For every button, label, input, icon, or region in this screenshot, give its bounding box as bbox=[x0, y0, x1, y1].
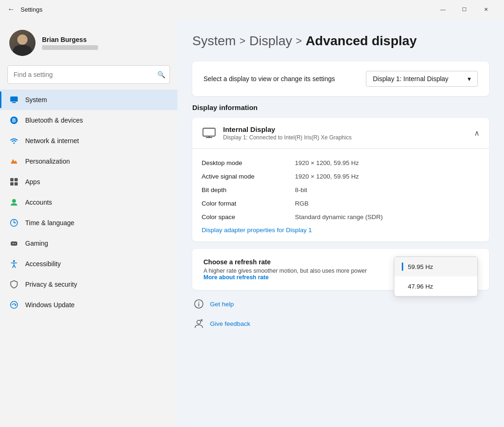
system-icon bbox=[9, 95, 19, 104]
svg-text:B: B bbox=[12, 117, 16, 123]
adapter-properties-link[interactable]: Display adapter properties for Display 1 bbox=[202, 227, 312, 234]
close-button[interactable]: ✕ bbox=[475, 2, 497, 17]
minimize-button[interactable]: — bbox=[432, 2, 454, 17]
sidebar-item-gaming[interactable]: Gaming bbox=[0, 233, 177, 254]
sidebar-item-apps[interactable]: Apps bbox=[0, 172, 177, 192]
user-email bbox=[42, 45, 98, 50]
refresh-info: Choose a refresh rate A higher rate give… bbox=[203, 258, 368, 281]
svg-point-4 bbox=[14, 143, 15, 144]
titlebar-left: ← Settings bbox=[7, 5, 42, 14]
display-selector-label: Select a display to view or change its s… bbox=[203, 74, 335, 84]
accounts-icon bbox=[9, 198, 19, 207]
spec-value-colorformat: RGB bbox=[295, 200, 308, 207]
svg-point-27 bbox=[198, 302, 199, 303]
sidebar-item-accounts[interactable]: Accounts bbox=[0, 192, 177, 213]
sidebar-item-system-label: System bbox=[25, 96, 47, 103]
user-profile: Brian Burgess bbox=[0, 26, 177, 65]
sidebar-item-network-label: Network & internet bbox=[25, 137, 79, 145]
chevron-down-icon: ▾ bbox=[468, 75, 471, 83]
sidebar-item-personalization[interactable]: Personalization bbox=[0, 151, 177, 172]
spec-row-desktop: Desktop mode 1920 × 1200, 59.95 Hz bbox=[202, 156, 480, 170]
spec-label-signal: Active signal mode bbox=[202, 173, 295, 180]
breadcrumb: System > Display > Advanced display bbox=[192, 34, 489, 48]
refresh-title: Choose a refresh rate bbox=[203, 258, 368, 266]
privacy-icon bbox=[9, 280, 19, 289]
svg-rect-5 bbox=[10, 178, 14, 181]
sidebar-item-bluetooth[interactable]: B Bluetooth & devices bbox=[0, 110, 177, 131]
refresh-option-47[interactable]: 47.96 Hz bbox=[394, 276, 477, 296]
monitor-icon bbox=[202, 126, 217, 141]
svg-line-21 bbox=[14, 265, 15, 268]
spec-row-colorformat: Color format RGB bbox=[202, 197, 480, 210]
spec-value-colorspace: Standard dynamic range (SDR) bbox=[295, 214, 383, 220]
selected-indicator bbox=[402, 262, 403, 271]
help-icon bbox=[192, 297, 205, 310]
svg-point-9 bbox=[12, 199, 16, 203]
sidebar-item-time[interactable]: Time & language bbox=[0, 213, 177, 233]
titlebar-controls: — ☐ ✕ bbox=[432, 2, 497, 17]
time-icon bbox=[9, 218, 19, 227]
back-button[interactable]: ← bbox=[7, 5, 15, 14]
svg-point-17 bbox=[13, 260, 15, 262]
svg-point-22 bbox=[11, 302, 18, 309]
sidebar-item-privacy-label: Privacy & security bbox=[25, 281, 77, 288]
svg-point-16 bbox=[15, 243, 16, 244]
svg-rect-7 bbox=[10, 182, 14, 186]
spec-row-signal: Active signal mode 1920 × 1200, 59.95 Hz bbox=[202, 170, 480, 183]
give-feedback-link[interactable]: Give feedback bbox=[210, 320, 250, 327]
sidebar-item-personalization-label: Personalization bbox=[25, 158, 70, 165]
spec-row-colorspace: Color space Standard dynamic range (SDR) bbox=[202, 210, 480, 224]
sidebar-item-accessibility[interactable]: Accessibility bbox=[0, 254, 177, 274]
display-selector-row: Select a display to view or change its s… bbox=[203, 71, 478, 87]
search-input[interactable] bbox=[7, 65, 170, 84]
maximize-button[interactable]: ☐ bbox=[454, 2, 475, 17]
apps-icon bbox=[9, 177, 19, 186]
update-icon bbox=[9, 300, 19, 310]
refresh-option-59[interactable]: 59.95 Hz bbox=[394, 257, 477, 276]
sidebar-item-system[interactable]: System bbox=[0, 90, 177, 110]
sidebar-item-accessibility-label: Accessibility bbox=[25, 260, 61, 268]
get-help-link[interactable]: Get help bbox=[210, 301, 234, 308]
refresh-option-47-label: 47.96 Hz bbox=[408, 283, 433, 290]
search-icon: 🔍 bbox=[157, 71, 165, 78]
svg-rect-0 bbox=[10, 96, 18, 102]
sidebar-item-apps-label: Apps bbox=[25, 178, 40, 186]
nav-list: System B Bluetooth & devices bbox=[0, 90, 177, 420]
display-dropdown[interactable]: Display 1: Internal Display ▾ bbox=[366, 71, 478, 87]
sidebar-item-update[interactable]: Windows Update bbox=[0, 295, 177, 315]
sidebar-item-privacy[interactable]: Privacy & security bbox=[0, 274, 177, 295]
breadcrumb-advanced: Advanced display bbox=[306, 34, 417, 48]
main-content: System > Display > Advanced display Sele… bbox=[177, 19, 504, 427]
refresh-dropdown-popup: 59.95 Hz 47.96 Hz bbox=[394, 256, 478, 296]
display-info-card: Internal Display Display 1: Connected to… bbox=[192, 118, 489, 241]
feedback-icon bbox=[192, 317, 205, 330]
sidebar-item-network[interactable]: Network & internet bbox=[0, 131, 177, 151]
refresh-rate-card: Choose a refresh rate A higher rate give… bbox=[192, 249, 489, 290]
display-header-left: Internal Display Display 1: Connected to… bbox=[202, 125, 351, 141]
breadcrumb-system: System bbox=[192, 34, 236, 48]
user-name: Brian Burgess bbox=[42, 36, 98, 43]
svg-point-29 bbox=[197, 320, 201, 324]
spec-label-colorspace: Color space bbox=[202, 214, 295, 220]
personalization-icon bbox=[9, 157, 19, 166]
spec-row-bitdepth: Bit depth 8-bit bbox=[202, 183, 480, 197]
bluetooth-icon: B bbox=[9, 116, 19, 125]
avatar-image bbox=[9, 30, 35, 56]
display-name: Internal Display bbox=[223, 125, 351, 133]
sidebar-item-accounts-label: Accounts bbox=[25, 199, 52, 206]
accessibility-icon bbox=[9, 259, 19, 269]
svg-line-20 bbox=[13, 265, 14, 268]
collapse-icon[interactable]: ∧ bbox=[474, 129, 480, 138]
spec-value-bitdepth: 8-bit bbox=[295, 186, 307, 193]
gaming-icon bbox=[9, 239, 19, 248]
feedback-row: Give feedback bbox=[192, 317, 489, 330]
refresh-link[interactable]: More about refresh rate bbox=[203, 274, 269, 281]
app-container: Brian Burgess 🔍 System bbox=[0, 19, 504, 427]
spec-label-bitdepth: Bit depth bbox=[202, 186, 295, 193]
avatar bbox=[9, 30, 35, 56]
breadcrumb-display: Display bbox=[249, 34, 292, 48]
display-specs: Desktop mode 1920 × 1200, 59.95 Hz Activ… bbox=[192, 149, 489, 241]
sidebar-item-gaming-label: Gaming bbox=[25, 240, 48, 247]
breadcrumb-sep-2: > bbox=[296, 35, 302, 47]
display-header: Internal Display Display 1: Connected to… bbox=[192, 118, 489, 149]
